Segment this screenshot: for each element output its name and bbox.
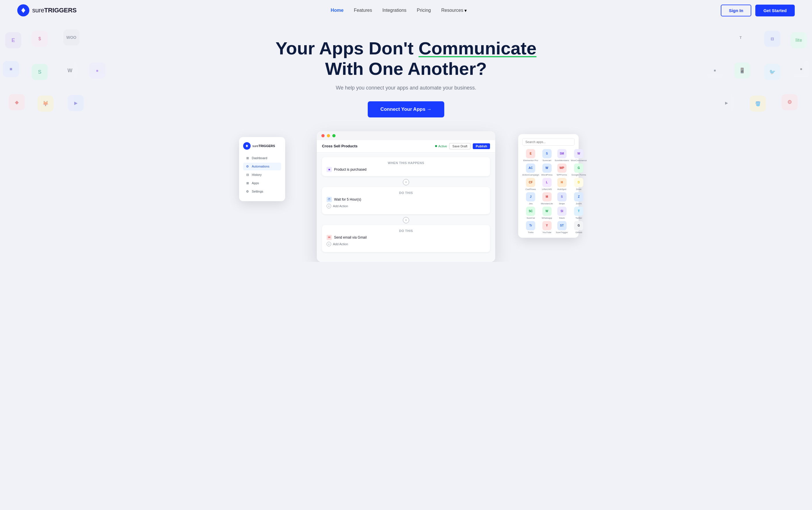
app-item-hubspot[interactable]: H HubSpot <box>555 178 569 191</box>
sidebar-item-settings[interactable]: ⚙ Settings <box>243 188 281 195</box>
sidebar-item-apps[interactable]: ⊞ Apps <box>243 179 281 187</box>
grid-icon: ⊞ <box>245 156 250 160</box>
sidebar-item-history[interactable]: ⊟ History <box>243 171 281 179</box>
app-item-twitter[interactable]: T Twitter <box>571 207 587 219</box>
connector-plus-btn-1[interactable]: + <box>403 179 409 186</box>
app-item-wordpress[interactable]: W WordPress <box>541 164 553 176</box>
app-icon: G <box>574 164 583 173</box>
app-item-trello[interactable]: Tr Trello <box>522 221 539 234</box>
app-icon: W <box>574 149 583 158</box>
apps-panel: E Elementor Pro S Surecart SM SureMember… <box>518 134 579 238</box>
hero-content: Your Apps Don't Communicate With One Ano… <box>0 21 812 262</box>
connector-2: + <box>322 217 490 223</box>
preview-container: sureTRIGGERS ⊞ Dashboard ⚙ Automations ⊟… <box>248 131 564 262</box>
action2-label: Do this <box>326 229 486 232</box>
action1-item: ⏱ Wait for 5 Hour(s) <box>326 197 486 202</box>
svg-point-1 <box>22 9 25 12</box>
app-item-google-forms[interactable]: G Google Forms <box>571 164 587 176</box>
add-action-1[interactable]: + Add Action <box>326 202 486 210</box>
app-item-zoom[interactable]: Z Zoom <box>571 192 587 205</box>
app-name: MonsterLite <box>541 202 553 205</box>
publish-button[interactable]: Publish <box>473 143 490 149</box>
app-item-slack[interactable]: Sl Slack <box>555 207 569 219</box>
app-item-surecal[interactable]: SC SureCal <box>522 207 539 219</box>
app-name: LifterLMS <box>542 188 552 191</box>
app-item-woocommerce[interactable]: W WooCommerce <box>571 149 587 162</box>
navbar: sureTRIGGERS Home Features Integrations … <box>0 0 812 21</box>
trigger-item-icon: ■ <box>326 167 332 172</box>
app-item-suretrigger[interactable]: ST SureTrigger <box>555 221 569 234</box>
app-name: ActionCampaign <box>522 174 539 176</box>
dot-red <box>321 134 325 137</box>
app-icon: S <box>557 192 567 201</box>
apps-grid: E Elementor Pro S Surecart SM SureMember… <box>522 149 575 234</box>
nav-resources[interactable]: Resources ▾ <box>441 8 466 13</box>
connector-1: + <box>322 179 490 186</box>
app-item-wpforms[interactable]: WP WPForms <box>555 164 569 176</box>
app-item-jira[interactable]: J Jira <box>522 192 539 205</box>
logo[interactable]: sureTRIGGERS <box>17 4 77 17</box>
add-action-plus-2: + <box>326 242 331 246</box>
app-name: WooCommerce <box>571 159 587 162</box>
app-icon: Tr <box>526 221 535 230</box>
app-item-elementor-pro[interactable]: E Elementor Pro <box>522 149 539 162</box>
nav-integrations[interactable]: Integrations <box>382 8 407 13</box>
app-item-youtube[interactable]: Y YouTube <box>541 221 553 234</box>
connector-plus-btn-2[interactable]: + <box>403 217 409 223</box>
hero-subtitle: We help you connect your apps and automa… <box>6 85 806 91</box>
sidebar-logo-text: sureTRIGGERS <box>252 144 275 148</box>
nav-resources-link[interactable]: Resources <box>441 8 463 13</box>
app-item-stripe[interactable]: S Stripe <box>555 192 569 205</box>
app-icon: L <box>542 178 552 187</box>
nav-home[interactable]: Home <box>330 8 343 13</box>
app-item-lifterlms[interactable]: L LifterLMS <box>541 178 553 191</box>
connect-apps-button[interactable]: Connect Your Apps → <box>368 101 444 117</box>
app-icon: Y <box>542 221 552 230</box>
app-name: CartFlows <box>525 188 536 191</box>
save-draft-button[interactable]: Save Draft <box>449 143 470 149</box>
add-action-plus-1: + <box>326 204 331 208</box>
signin-button[interactable]: Sign In <box>721 5 751 17</box>
logo-icon <box>17 4 29 17</box>
app-item-whatsapp[interactable]: W Whatsapp <box>541 207 553 219</box>
app-icon: SC <box>526 207 535 216</box>
app-item-actioncampaign[interactable]: AC ActionCampaign <box>522 164 539 176</box>
window-title: Cross Sell Products <box>322 144 358 148</box>
app-name: Github <box>576 231 582 234</box>
sidebar-logo: sureTRIGGERS <box>243 142 281 150</box>
app-name: SureMembers <box>555 159 569 162</box>
app-item-drive[interactable]: D Drive <box>571 178 587 191</box>
app-icon: SM <box>557 149 567 158</box>
app-item-monsterlite[interactable]: M MonsterLite <box>541 192 553 205</box>
action2-icon: ✉ <box>326 235 332 240</box>
hero-headline: Your Apps Don't Communicate With One Ano… <box>6 38 806 79</box>
sidebar-item-dashboard[interactable]: ⊞ Dashboard <box>243 154 281 162</box>
dot-yellow <box>327 134 330 137</box>
app-icon: W <box>542 164 552 173</box>
logo-text: sureTRIGGERS <box>32 7 77 14</box>
chevron-down-icon: ▾ <box>464 8 467 13</box>
app-name: Jira <box>529 202 532 205</box>
history-icon: ⊟ <box>245 173 250 177</box>
get-started-button[interactable]: Get Started <box>755 5 795 17</box>
app-icon: D <box>574 178 583 187</box>
app-item-github[interactable]: G Github <box>571 221 587 234</box>
trigger-item: ■ Product is purchased <box>326 167 486 172</box>
app-item-cartflows[interactable]: CF CartFlows <box>522 178 539 191</box>
app-icon: G <box>574 221 583 230</box>
status-badge: Active <box>435 144 447 148</box>
app-icon: T <box>574 207 583 216</box>
app-name: Elementor Pro <box>523 159 538 162</box>
app-item-surecart[interactable]: S Surecart <box>541 149 553 162</box>
app-name: Stripe <box>559 202 565 205</box>
nav-features[interactable]: Features <box>354 8 372 13</box>
app-icon: CF <box>526 178 535 187</box>
sidebar-item-automations[interactable]: ⚙ Automations <box>243 163 281 170</box>
add-action-2[interactable]: + Add Action <box>326 240 486 248</box>
app-item-suremembers[interactable]: SM SureMembers <box>555 149 569 162</box>
app-icon: S <box>542 149 552 158</box>
app-name: Twitter <box>576 217 582 219</box>
apps-search-input[interactable] <box>522 138 575 146</box>
action1-label: Do this <box>326 191 486 195</box>
nav-pricing[interactable]: Pricing <box>417 8 431 13</box>
